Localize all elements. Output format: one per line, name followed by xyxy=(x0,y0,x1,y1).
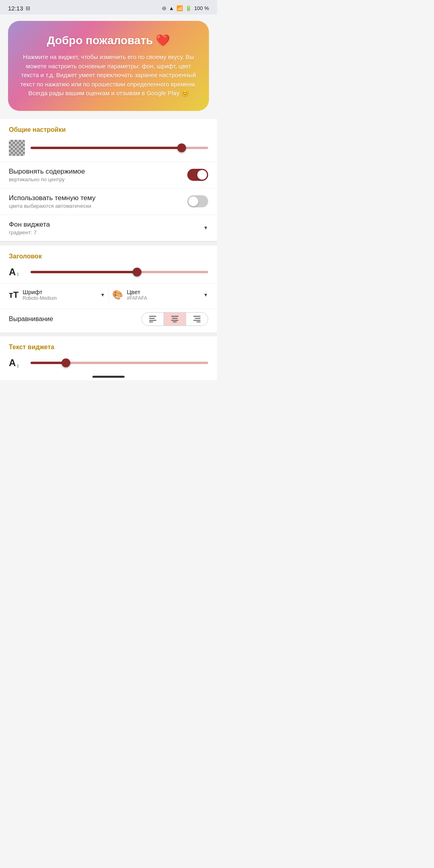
widget-background-subtitle: градиент: 7 xyxy=(9,229,203,235)
general-settings-header: Общие настройки xyxy=(0,119,217,136)
align-content-labels: Выровнять содержимое вертикально по цент… xyxy=(9,168,187,182)
dark-theme-labels: Использовать темную тему цвета выбираютс… xyxy=(9,194,187,209)
tt-icon: тТ xyxy=(9,290,18,300)
color-label: Цвет xyxy=(127,289,200,295)
status-icons: ⊖ ▲ 📶 🔋 100 % xyxy=(162,5,209,11)
font-color-row: тТ Шрифт Roboto-Medium ▼ 🎨 Цвет #FAFAFA … xyxy=(0,283,217,309)
dark-theme-subtitle: цвета выбираются автоматически xyxy=(9,203,187,209)
svg-rect-6 xyxy=(171,320,178,321)
font-value: Roboto-Medium xyxy=(23,295,96,301)
svg-rect-11 xyxy=(197,321,201,322)
color-value: #FAFAFA xyxy=(127,295,200,301)
dnd-icon: ⊖ xyxy=(162,5,166,11)
battery-icon: 🔋 xyxy=(185,5,192,11)
svg-rect-8 xyxy=(193,316,201,317)
widget-text-font-size-slider-row[interactable]: A ↕ xyxy=(0,353,217,373)
align-content-title: Выровнять содержимое xyxy=(9,168,187,176)
banner-text: Нажмите на виджет, чтобы изменить его по… xyxy=(19,53,198,98)
settings-content: Общие настройки Выровнять содержимое вер… xyxy=(0,119,217,380)
dark-theme-toggle[interactable] xyxy=(187,195,208,207)
align-left-button[interactable] xyxy=(142,313,164,326)
widget-text-section: Текст виджета A ↕ xyxy=(0,336,217,373)
title-font-size-slider-row[interactable]: A ↕ xyxy=(0,262,217,283)
dark-theme-title: Использовать темную тему xyxy=(9,194,187,202)
banner-title: Добро пожаловать ❤️ xyxy=(47,34,170,47)
wifi-icon: ▲ xyxy=(169,5,174,11)
status-time: 12:13 ⊟ xyxy=(8,5,30,12)
widget-font-a-icon: A xyxy=(9,357,16,368)
title-section-header: Заголовок xyxy=(0,246,217,262)
font-updown-icon: ↕ xyxy=(16,271,19,277)
title-font-size-thumb[interactable] xyxy=(133,268,141,276)
opacity-slider[interactable] xyxy=(31,144,208,152)
widget-background-title: Фон виджета xyxy=(9,221,203,229)
palette-icon: 🎨 xyxy=(112,290,123,300)
bottom-bar xyxy=(0,373,217,380)
widget-font-updown-icon: ↕ xyxy=(16,362,19,368)
widget-text-font-size-thumb[interactable] xyxy=(61,358,70,367)
title-font-size-slider[interactable] xyxy=(31,268,208,276)
font-section[interactable]: тТ Шрифт Roboto-Medium ▼ xyxy=(9,289,105,301)
svg-rect-0 xyxy=(149,316,156,317)
align-right-button[interactable] xyxy=(186,313,208,326)
align-center-button[interactable] xyxy=(164,313,186,326)
svg-rect-4 xyxy=(171,316,178,317)
color-dropdown-arrow: ▼ xyxy=(203,292,208,298)
section-divider-1 xyxy=(0,242,217,246)
checkerboard-icon xyxy=(9,140,25,156)
opacity-thumb[interactable] xyxy=(177,143,186,152)
battery-level: 100 % xyxy=(194,5,209,11)
align-content-toggle-knob xyxy=(197,170,207,180)
widget-banner[interactable]: Добро пожаловать ❤️ Нажмите на виджет, ч… xyxy=(8,21,209,111)
font-dropdown-arrow: ▼ xyxy=(100,292,105,298)
sim-icon: ⊟ xyxy=(26,5,30,11)
title-font-size-track xyxy=(31,271,208,273)
widget-text-font-size-slider[interactable] xyxy=(31,359,208,367)
svg-rect-9 xyxy=(195,318,201,319)
clock: 12:13 xyxy=(8,5,23,12)
title-font-size-icon: A ↕ xyxy=(9,266,25,278)
widget-text-font-size-icon: A ↕ xyxy=(9,357,25,368)
opacity-track xyxy=(31,147,208,149)
svg-rect-5 xyxy=(172,318,178,319)
color-info: Цвет #FAFAFA xyxy=(127,289,200,301)
widget-text-font-size-track xyxy=(31,362,208,364)
status-bar: 12:13 ⊟ ⊖ ▲ 📶 🔋 100 % xyxy=(0,0,217,14)
svg-rect-10 xyxy=(193,320,201,321)
font-a-icon: A xyxy=(9,266,16,278)
align-content-subtitle: вертикально по центру xyxy=(9,176,187,182)
color-section[interactable]: 🎨 Цвет #FAFAFA ▼ xyxy=(112,289,209,301)
font-info: Шрифт Roboto-Medium xyxy=(23,289,96,301)
widget-background-labels: Фон виджета градиент: 7 xyxy=(9,221,203,235)
dark-theme-toggle-knob xyxy=(188,197,198,206)
widget-background-row[interactable]: Фон виджета градиент: 7 ▼ xyxy=(0,215,217,242)
bottom-nav-indicator xyxy=(92,376,125,378)
alignment-label: Выравнивание xyxy=(9,315,53,323)
widget-background-arrow: ▼ xyxy=(203,225,208,231)
signal-icon: 📶 xyxy=(176,5,183,11)
svg-rect-3 xyxy=(149,321,153,322)
alignment-buttons xyxy=(141,312,208,326)
section-divider-2 xyxy=(0,332,217,336)
vertical-divider xyxy=(108,287,109,303)
dark-theme-row: Использовать темную тему цвета выбираютс… xyxy=(0,188,217,215)
alignment-row: Выравнивание xyxy=(0,309,217,332)
svg-rect-1 xyxy=(149,318,155,319)
align-content-toggle[interactable] xyxy=(187,169,208,181)
opacity-slider-row[interactable] xyxy=(0,136,217,162)
svg-rect-2 xyxy=(149,320,156,321)
font-label: Шрифт xyxy=(23,289,96,295)
svg-rect-7 xyxy=(173,321,177,322)
widget-text-header: Текст виджета xyxy=(0,336,217,353)
align-content-row: Выровнять содержимое вертикально по цент… xyxy=(0,162,217,188)
